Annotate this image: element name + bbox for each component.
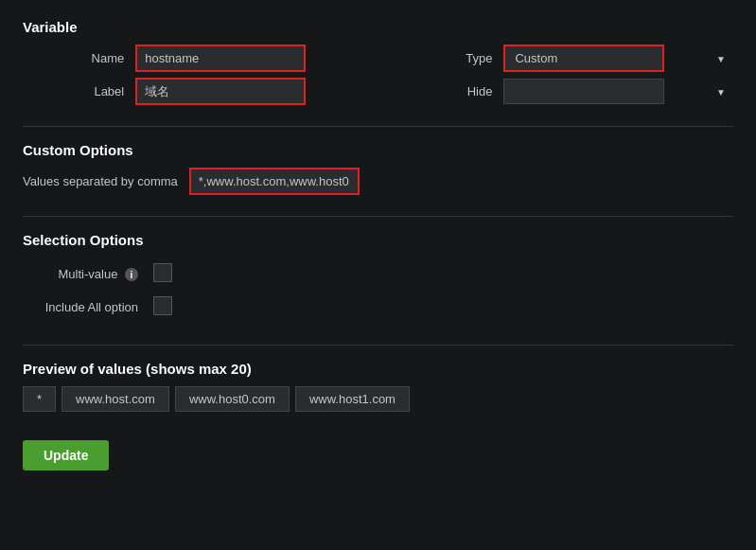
include-all-checkbox[interactable] (153, 296, 172, 315)
divider-1 (23, 126, 733, 127)
custom-options-row: Values separated by comma (23, 168, 733, 195)
custom-options-section: Custom Options Values separated by comma (23, 142, 733, 195)
hide-select-wrapper: Label Variable (503, 79, 733, 104)
selection-options-table: Multi-value i Include All option (23, 257, 180, 324)
divider-3 (23, 345, 733, 346)
name-input[interactable] (135, 44, 306, 72)
include-all-row: Include All option (23, 291, 180, 324)
preview-values: *www.host.comwww.host0.comwww.host1.com (23, 386, 733, 412)
include-all-label: Include All option (45, 300, 138, 314)
variable-grid: Name Type Custom Query Constant Datasour… (23, 44, 733, 105)
name-label: Name (23, 51, 132, 65)
preview-title: Preview of values (shows max 20) (23, 361, 733, 377)
preview-tag: www.host0.com (175, 386, 290, 412)
variable-section: Variable Name Type Custom Query Constant… (23, 19, 733, 105)
hide-label: Hide (378, 84, 501, 98)
multi-value-row: Multi-value i (23, 257, 180, 291)
label-input[interactable] (135, 78, 306, 105)
multi-value-checkbox[interactable] (153, 263, 172, 282)
type-select[interactable]: Custom Query Constant Datasource Interva… (503, 44, 664, 72)
label-label: Label (23, 84, 132, 98)
selection-options-title: Selection Options (23, 232, 733, 248)
preview-section: Preview of values (shows max 20) *www.ho… (23, 361, 733, 412)
values-input[interactable] (189, 168, 360, 195)
preview-tag: * (23, 386, 56, 412)
update-button[interactable]: Update (23, 440, 109, 470)
preview-tag: www.host.com (62, 386, 169, 412)
multi-value-label: Multi-value (59, 267, 118, 281)
type-select-wrapper: Custom Query Constant Datasource Interva… (503, 44, 733, 72)
values-label: Values separated by comma (23, 174, 189, 188)
divider-2 (23, 216, 733, 217)
multi-value-info-icon: i (125, 268, 138, 281)
selection-options-section: Selection Options Multi-value i Include … (23, 232, 733, 324)
variable-title: Variable (23, 19, 733, 35)
preview-tag: www.host1.com (295, 386, 410, 412)
hide-select[interactable]: Label Variable (503, 79, 664, 104)
custom-options-title: Custom Options (23, 142, 733, 158)
type-label: Type (378, 51, 501, 65)
